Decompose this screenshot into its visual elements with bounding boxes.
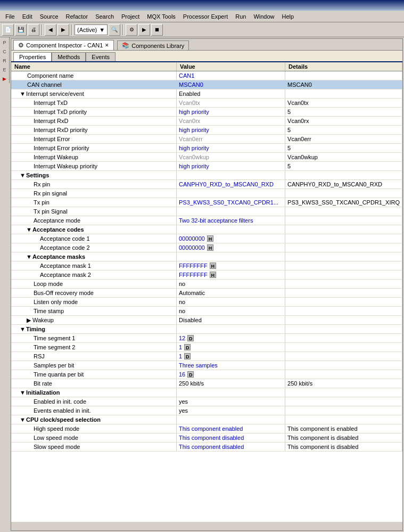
table-row[interactable]: ▼Settings bbox=[11, 171, 402, 180]
side-icon-3[interactable]: R bbox=[1, 56, 9, 65]
table-row[interactable]: Acceptance code 200000000H bbox=[11, 243, 402, 252]
side-icon-2[interactable]: C bbox=[1, 47, 9, 56]
toolbar-sep1 bbox=[42, 24, 43, 35]
table-row[interactable]: ▼Interrupt service/eventEnabled bbox=[11, 89, 402, 99]
menu-window[interactable]: Window bbox=[250, 12, 277, 21]
table-row[interactable]: CAN channelMSCAN0MSCAN0 bbox=[11, 80, 402, 89]
table-row[interactable]: Interrupt RxD priorityhigh priority5 bbox=[11, 126, 402, 135]
table-row[interactable]: Samples per bitThree samples bbox=[11, 361, 402, 370]
toolbar-print-btn[interactable]: 🖨 bbox=[28, 24, 39, 36]
table-row[interactable]: Interrupt Error priorityhigh priority5 bbox=[11, 144, 402, 153]
table-row[interactable]: Bit rate250 kbit/s250 kbit/s bbox=[11, 379, 402, 388]
menu-mqx[interactable]: MQX Tools bbox=[144, 12, 179, 21]
tab-component-inspector[interactable]: ⚙ Component Inspector - CAN1 ✕ bbox=[13, 40, 114, 50]
toolbar-new-btn[interactable]: 📄 bbox=[2, 24, 14, 36]
table-row[interactable]: ▼Timing bbox=[11, 325, 402, 334]
dec-badge[interactable]: D bbox=[184, 353, 191, 359]
table-row[interactable]: Interrupt Wakeup priorityhigh priority5 bbox=[11, 162, 402, 171]
menu-run[interactable]: Run bbox=[232, 12, 249, 21]
menu-processor-expert[interactable]: Processor Expert bbox=[180, 12, 231, 21]
table-row[interactable]: Time stampno bbox=[11, 307, 402, 316]
row-value: CANPHY0_RXD_to_MSCAN0_RXD bbox=[179, 181, 274, 187]
menu-edit[interactable]: Edit bbox=[19, 12, 36, 21]
table-row[interactable]: Interrupt RxDVcan0rxVcan0rx bbox=[11, 117, 402, 126]
table-row[interactable]: Slow speed modeThis component disabledTh… bbox=[11, 443, 402, 452]
table-row[interactable]: Bus-Off recovery modeAutomatic bbox=[11, 289, 402, 298]
tab-close-icon[interactable]: ✕ bbox=[105, 43, 109, 48]
table-row[interactable]: RSJ1D bbox=[11, 352, 402, 361]
table-row[interactable]: Listen only modeno bbox=[11, 298, 402, 307]
menu-help[interactable]: Help bbox=[279, 12, 298, 21]
table-row[interactable]: Time quanta per bit16D bbox=[11, 370, 402, 379]
row-details: 5 bbox=[287, 145, 291, 151]
dec-badge[interactable]: D bbox=[184, 344, 191, 350]
menu-refactor[interactable]: Refactor bbox=[63, 12, 92, 21]
table-row[interactable]: Interrupt ErrorVcan0errVcan0err bbox=[11, 135, 402, 144]
side-icon-4[interactable]: E bbox=[1, 66, 9, 74]
table-row[interactable]: Component nameCAN1 bbox=[11, 71, 402, 80]
expand-icon[interactable]: ▼ bbox=[20, 91, 25, 97]
table-row[interactable]: ▼Acceptance masks bbox=[11, 252, 402, 261]
subtab-properties[interactable]: Properties bbox=[13, 52, 52, 61]
row-value: 12 bbox=[179, 335, 185, 341]
row-value: Vcan0rx bbox=[179, 118, 200, 124]
toolbar: 📄 💾 🖨 ◀ ▶ (Active) ▼ 🔍 ⚙ ▶ ⏹ bbox=[0, 22, 404, 37]
dec-badge[interactable]: D bbox=[187, 371, 194, 378]
table-row[interactable]: Acceptance code 100000000H bbox=[11, 234, 402, 243]
table-row[interactable]: ▶WakeupDisabled bbox=[11, 316, 402, 325]
table-row[interactable]: Enabled in init. codeyes bbox=[11, 397, 402, 406]
table-row[interactable]: Interrupt TxDVcan0txVcan0tx bbox=[11, 99, 402, 108]
toolbar-debug-btn[interactable]: ⚙ bbox=[126, 24, 137, 36]
table-row[interactable]: ▼Acceptance codes bbox=[11, 225, 402, 234]
table-row[interactable]: Interrupt TxD priorityhigh priority5 bbox=[11, 108, 402, 117]
row-value: 00000000 bbox=[179, 235, 205, 242]
expand-icon[interactable]: ▶ bbox=[26, 317, 31, 324]
table-row[interactable]: Rx pin signal bbox=[11, 189, 402, 198]
hex-badge[interactable]: H bbox=[207, 244, 213, 251]
table-row[interactable]: ▼Initialization bbox=[11, 388, 402, 397]
row-name-label: Listen only mode bbox=[34, 299, 78, 305]
table-row[interactable]: Time segment 21D bbox=[11, 343, 402, 352]
table-row[interactable]: Events enabled in init.yes bbox=[11, 406, 402, 415]
toolbar-back-btn[interactable]: ◀ bbox=[45, 24, 56, 36]
row-value: high priority bbox=[179, 127, 209, 133]
table-row[interactable]: ▼CPU clock/speed selection bbox=[11, 415, 402, 424]
table-row[interactable]: Acceptance mask 1FFFFFFFFH bbox=[11, 261, 402, 271]
expand-icon[interactable]: ▼ bbox=[26, 226, 31, 233]
hex-badge[interactable]: H bbox=[207, 235, 213, 242]
tab-components-library[interactable]: 📚 Components Library bbox=[117, 40, 189, 50]
expand-icon[interactable]: ▼ bbox=[20, 416, 25, 423]
menu-file[interactable]: File bbox=[2, 12, 18, 21]
menu-project[interactable]: Project bbox=[118, 12, 143, 21]
side-icon-1[interactable]: P bbox=[1, 38, 9, 47]
hex-badge[interactable]: H bbox=[210, 272, 216, 278]
table-row[interactable]: Tx pin Signal bbox=[11, 207, 402, 216]
table-row[interactable]: Low speed modeThis component disabledThi… bbox=[11, 433, 402, 443]
table-row[interactable]: High speed modeThis component enabledThi… bbox=[11, 424, 402, 433]
menu-search[interactable]: Search bbox=[92, 12, 117, 21]
table-row[interactable]: Rx pinCANPHY0_RXD_to_MSCAN0_RXDCANPHY0_R… bbox=[11, 180, 402, 189]
table-row[interactable]: Tx pinPS3_KWS3_SS0_TXCAN0_CPDR1...PS3_KW… bbox=[11, 198, 402, 207]
subtab-events[interactable]: Events bbox=[86, 52, 116, 61]
menu-source[interactable]: Source bbox=[37, 12, 62, 21]
expand-icon[interactable]: ▼ bbox=[20, 326, 25, 332]
toolbar-forward-btn[interactable]: ▶ bbox=[57, 24, 69, 36]
hex-badge[interactable]: H bbox=[210, 263, 216, 269]
side-icon-5[interactable]: ▶ bbox=[1, 75, 9, 83]
table-row[interactable]: Time segment 112D bbox=[11, 334, 402, 343]
toolbar-save-btn[interactable]: 💾 bbox=[15, 24, 27, 36]
subtab-methods[interactable]: Methods bbox=[52, 52, 86, 61]
dec-badge[interactable]: D bbox=[187, 335, 194, 341]
expand-icon[interactable]: ▼ bbox=[20, 389, 25, 396]
table-row[interactable]: Acceptance mask 2FFFFFFFFH bbox=[11, 271, 402, 280]
expand-icon[interactable]: ▼ bbox=[26, 253, 31, 260]
row-value: 00000000 bbox=[179, 244, 205, 251]
toolbar-search-btn[interactable]: 🔍 bbox=[109, 24, 120, 36]
table-row[interactable]: Acceptance modeTwo 32-bit acceptance fil… bbox=[11, 216, 402, 225]
table-row[interactable]: Loop modeno bbox=[11, 280, 402, 289]
toolbar-run-btn[interactable]: ▶ bbox=[138, 24, 150, 36]
expand-icon[interactable]: ▼ bbox=[20, 172, 25, 178]
table-row[interactable]: Interrupt WakeupVcan0wkupVcan0wkup bbox=[11, 153, 402, 162]
toolbar-stop-btn[interactable]: ⏹ bbox=[151, 24, 163, 36]
toolbar-config-dropdown[interactable]: (Active) ▼ bbox=[75, 24, 108, 35]
